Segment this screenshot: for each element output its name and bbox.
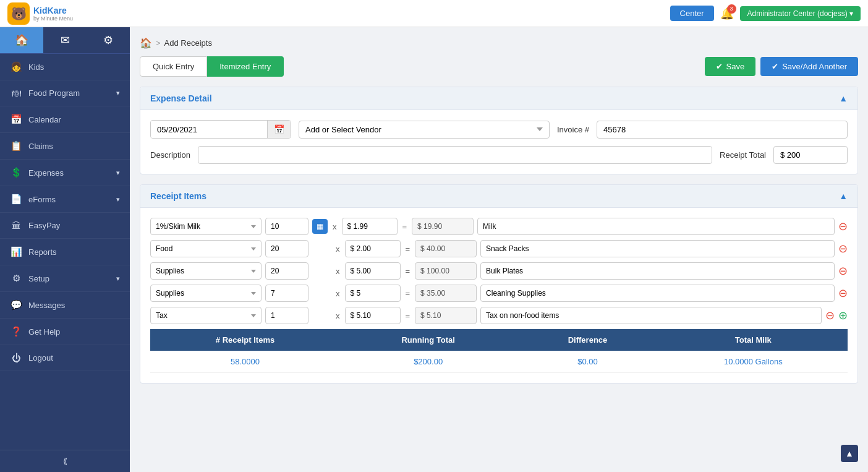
category-select-2[interactable]: 1%/Skim Milk Food Supplies Tax: [150, 262, 262, 280]
desc-input-0[interactable]: [477, 218, 835, 235]
qty-input-4[interactable]: [265, 307, 308, 324]
chevron-down-icon: ▾: [116, 275, 120, 283]
sidebar-item-expenses[interactable]: 💲 Expenses ▾: [0, 160, 130, 186]
sidebar-collapse-button[interactable]: ⟪: [0, 450, 130, 472]
category-select-4[interactable]: 1%/Skim Milk Food Supplies Tax: [150, 307, 262, 324]
chevron-down-icon: ▾: [116, 89, 120, 97]
sidebar-item-label: Food Program: [28, 88, 80, 98]
sidebar-item-logout[interactable]: ⏻ Logout: [0, 345, 130, 371]
claims-icon: 📋: [10, 140, 22, 152]
scroll-to-top-button[interactable]: ▲: [841, 445, 858, 462]
add-row-button[interactable]: ⊕: [838, 310, 848, 321]
side-nav-mail-icon[interactable]: ✉: [43, 27, 87, 53]
invoice-input[interactable]: [597, 121, 848, 139]
receipt-items-body: 1%/Skim Milk Food Supplies Tax ▦ x = $ 1…: [140, 208, 857, 383]
save-button[interactable]: ✔ Save: [705, 57, 756, 76]
receipt-items-list: 1%/Skim Milk Food Supplies Tax ▦ x = $ 1…: [150, 218, 848, 324]
sidebar-item-label: Expenses: [28, 168, 64, 178]
sidebar-item-claims[interactable]: 📋 Claims: [0, 133, 130, 160]
sidebar-item-easypay[interactable]: 🏛 EasyPay: [0, 213, 130, 239]
sidebar-item-messages[interactable]: 💬 Messages: [0, 292, 130, 319]
sidebar-item-label: EasyPay: [28, 221, 60, 230]
equals-sign: =: [404, 244, 412, 254]
vendor-select[interactable]: Add or Select Vendor: [299, 121, 550, 139]
sidebar-item-label: Messages: [28, 301, 65, 310]
receipt-total-input[interactable]: [773, 146, 848, 164]
summary-col-total-milk: Total Milk: [659, 329, 848, 351]
remove-button-4[interactable]: ⊖: [825, 310, 835, 321]
messages-icon: 💬: [10, 299, 22, 311]
row-total-3: $ 35.00: [415, 285, 477, 302]
sidebar-item-calendar[interactable]: 📅 Calendar: [0, 106, 130, 133]
summary-val-difference: $0.00: [516, 351, 658, 373]
multiply-sign: x: [331, 222, 338, 231]
action-buttons: ✔ Save ✔ Save/Add Another: [705, 57, 858, 76]
tab-group: Quick Entry Itemized Entry: [140, 56, 284, 77]
logout-icon: ⏻: [10, 353, 22, 363]
category-select-0[interactable]: 1%/Skim Milk Food Supplies Tax: [150, 218, 262, 235]
price-input-2[interactable]: [345, 262, 401, 280]
table-row: 1%/Skim Milk Food Supplies Tax x = $ 5.1…: [150, 307, 848, 324]
logo-icon: 🐻: [7, 2, 30, 25]
category-select-3[interactable]: 1%/Skim Milk Food Supplies Tax: [150, 285, 262, 302]
side-nav-gear-icon[interactable]: ⚙: [87, 27, 130, 53]
qty-input-0[interactable]: [265, 218, 308, 235]
price-input-4[interactable]: [345, 307, 401, 324]
collapse-icon[interactable]: ▲: [839, 191, 848, 201]
equals-sign: =: [404, 311, 412, 320]
description-label: Description: [150, 150, 190, 160]
remove-button-1[interactable]: ⊖: [838, 243, 848, 254]
remove-button-2[interactable]: ⊖: [838, 265, 848, 277]
sidebar-item-eforms[interactable]: 📄 eForms ▾: [0, 186, 130, 213]
sidebar-item-get-help[interactable]: ❓ Get Help: [0, 319, 130, 345]
side-nav-home-icon[interactable]: 🏠: [0, 27, 43, 53]
remove-button-3[interactable]: ⊖: [838, 288, 848, 299]
desc-input-4[interactable]: [480, 307, 822, 324]
desc-input-2[interactable]: [480, 262, 835, 280]
sidebar-item-label: Claims: [28, 142, 53, 151]
sidebar-item-label: eForms: [28, 195, 56, 204]
user-menu-button[interactable]: Administrator Center (docjess) ▾: [740, 6, 861, 21]
center-button[interactable]: Center: [670, 6, 714, 21]
summary-col-receipt-items: # Receipt Items: [150, 329, 340, 351]
collapse-icon[interactable]: ▲: [839, 93, 848, 103]
sidebar-item-food-program[interactable]: 🍽 Food Program ▾: [0, 80, 130, 106]
sidebar-item-label: Reports: [28, 247, 57, 257]
chevron-down-icon: ▾: [116, 169, 120, 177]
date-input[interactable]: [151, 121, 267, 138]
calculator-icon-button-0[interactable]: ▦: [312, 219, 328, 234]
receipt-total-label: Receipt Total: [720, 150, 766, 160]
tab-quick-entry[interactable]: Quick Entry: [140, 56, 207, 77]
price-input-1[interactable]: [345, 240, 401, 257]
description-input[interactable]: [198, 146, 712, 164]
summary-col-running-total: Running Total: [340, 329, 516, 351]
price-input-3[interactable]: [345, 285, 401, 302]
food-program-icon: 🍽: [10, 88, 22, 98]
sidebar-item-setup[interactable]: ⚙ Setup ▾: [0, 265, 130, 292]
qty-input-3[interactable]: [265, 285, 308, 302]
sidebar-item-reports[interactable]: 📊 Reports: [0, 239, 130, 265]
expense-detail-title: Expense Detail: [150, 93, 212, 103]
save-add-another-button[interactable]: ✔ Save/Add Another: [760, 57, 858, 76]
receipt-items-section: Receipt Items ▲ 1%/Skim Milk Food Suppli…: [140, 184, 858, 384]
qty-input-2[interactable]: [265, 262, 308, 280]
remove-button-0[interactable]: ⊖: [838, 221, 848, 232]
multiply-sign: x: [334, 267, 341, 276]
notification-button[interactable]: 🔔 3: [720, 7, 734, 20]
breadcrumb: 🏠 > Add Receipts: [140, 37, 858, 49]
setup-icon: ⚙: [10, 273, 22, 284]
qty-input-1[interactable]: [265, 240, 308, 257]
summary-col-difference: Difference: [516, 329, 658, 351]
price-input-0[interactable]: [342, 218, 398, 235]
desc-input-1[interactable]: [480, 240, 835, 257]
sidebar-item-kids[interactable]: 👧 Kids: [0, 54, 130, 80]
desc-input-3[interactable]: [480, 285, 835, 302]
equals-sign: =: [404, 289, 412, 298]
calendar-picker-button[interactable]: 📅: [267, 121, 291, 138]
breadcrumb-home-icon[interactable]: 🏠: [140, 37, 152, 49]
notification-badge: 3: [727, 4, 736, 14]
category-select-1[interactable]: 1%/Skim Milk Food Supplies Tax: [150, 240, 262, 257]
tab-itemized-entry[interactable]: Itemized Entry: [207, 56, 284, 77]
multiply-sign: x: [334, 244, 341, 254]
summary-val-receipt-items: 58.0000: [150, 351, 340, 373]
